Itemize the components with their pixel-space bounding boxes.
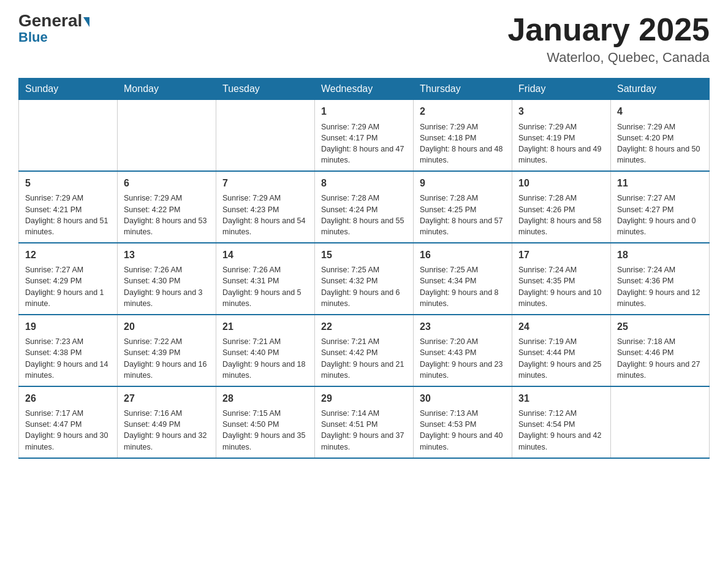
day-number: 6 [124, 177, 210, 190]
day-info: Sunrise: 7:28 AM Sunset: 4:26 PM Dayligh… [518, 193, 604, 237]
calendar-day-cell: 28Sunrise: 7:15 AM Sunset: 4:50 PM Dayli… [216, 386, 315, 458]
day-info: Sunrise: 7:22 AM Sunset: 4:39 PM Dayligh… [124, 336, 210, 381]
day-number: 1 [321, 105, 407, 118]
day-info: Sunrise: 7:28 AM Sunset: 4:25 PM Dayligh… [420, 193, 506, 237]
calendar-day-cell [19, 100, 118, 171]
calendar-day-cell: 15Sunrise: 7:25 AM Sunset: 4:32 PM Dayli… [315, 243, 414, 315]
calendar-day-cell: 30Sunrise: 7:13 AM Sunset: 4:53 PM Dayli… [414, 386, 512, 458]
day-info: Sunrise: 7:17 AM Sunset: 4:47 PM Dayligh… [25, 408, 111, 453]
day-info: Sunrise: 7:29 AM Sunset: 4:17 PM Dayligh… [321, 121, 407, 166]
day-info: Sunrise: 7:15 AM Sunset: 4:50 PM Dayligh… [222, 408, 308, 453]
calendar-weekday-header: Monday [118, 79, 216, 100]
day-info: Sunrise: 7:29 AM Sunset: 4:20 PM Dayligh… [617, 121, 703, 166]
calendar-week-row: 1Sunrise: 7:29 AM Sunset: 4:17 PM Daylig… [19, 100, 710, 171]
calendar-day-cell: 7Sunrise: 7:29 AM Sunset: 4:23 PM Daylig… [216, 171, 315, 243]
title-block: January 2025 Waterloo, Quebec, Canada [507, 12, 710, 66]
day-number: 17 [518, 248, 604, 262]
day-info: Sunrise: 7:26 AM Sunset: 4:30 PM Dayligh… [124, 264, 210, 309]
day-info: Sunrise: 7:24 AM Sunset: 4:35 PM Dayligh… [518, 264, 604, 309]
calendar-day-cell [611, 386, 710, 458]
calendar-day-cell: 16Sunrise: 7:25 AM Sunset: 4:34 PM Dayli… [414, 243, 512, 315]
calendar-day-cell: 21Sunrise: 7:21 AM Sunset: 4:40 PM Dayli… [216, 315, 315, 386]
calendar-week-row: 5Sunrise: 7:29 AM Sunset: 4:21 PM Daylig… [19, 171, 710, 243]
calendar-weekday-header: Wednesday [315, 79, 414, 100]
calendar-day-cell: 31Sunrise: 7:12 AM Sunset: 4:54 PM Dayli… [512, 386, 611, 458]
day-number: 20 [124, 320, 210, 334]
page-title: January 2025 [507, 12, 710, 47]
calendar-weekday-header: Tuesday [216, 79, 315, 100]
calendar-day-cell: 11Sunrise: 7:27 AM Sunset: 4:27 PM Dayli… [611, 171, 710, 243]
day-info: Sunrise: 7:18 AM Sunset: 4:46 PM Dayligh… [617, 336, 703, 381]
calendar-header-row: SundayMondayTuesdayWednesdayThursdayFrid… [19, 79, 710, 100]
logo-general: General [18, 12, 89, 29]
calendar-weekday-header: Sunday [19, 79, 118, 100]
logo-blue: Blue [18, 31, 48, 44]
day-info: Sunrise: 7:12 AM Sunset: 4:54 PM Dayligh… [518, 408, 604, 453]
day-number: 14 [222, 248, 308, 262]
day-info: Sunrise: 7:16 AM Sunset: 4:49 PM Dayligh… [124, 408, 210, 453]
day-number: 4 [617, 105, 703, 118]
day-info: Sunrise: 7:29 AM Sunset: 4:22 PM Dayligh… [124, 193, 210, 237]
day-number: 29 [321, 392, 407, 405]
calendar-day-cell: 25Sunrise: 7:18 AM Sunset: 4:46 PM Dayli… [611, 315, 710, 386]
calendar-day-cell: 10Sunrise: 7:28 AM Sunset: 4:26 PM Dayli… [512, 171, 611, 243]
day-number: 27 [124, 392, 210, 405]
day-info: Sunrise: 7:29 AM Sunset: 4:18 PM Dayligh… [420, 121, 506, 166]
calendar-week-row: 19Sunrise: 7:23 AM Sunset: 4:38 PM Dayli… [19, 315, 710, 386]
day-number: 11 [617, 177, 703, 190]
calendar-day-cell: 14Sunrise: 7:26 AM Sunset: 4:31 PM Dayli… [216, 243, 315, 315]
day-info: Sunrise: 7:14 AM Sunset: 4:51 PM Dayligh… [321, 408, 407, 453]
calendar-day-cell [118, 100, 216, 171]
day-info: Sunrise: 7:29 AM Sunset: 4:23 PM Dayligh… [222, 193, 308, 237]
calendar-day-cell: 20Sunrise: 7:22 AM Sunset: 4:39 PM Dayli… [118, 315, 216, 386]
day-info: Sunrise: 7:25 AM Sunset: 4:34 PM Dayligh… [420, 264, 506, 309]
calendar-day-cell: 22Sunrise: 7:21 AM Sunset: 4:42 PM Dayli… [315, 315, 414, 386]
day-number: 30 [420, 392, 506, 405]
calendar-week-row: 12Sunrise: 7:27 AM Sunset: 4:29 PM Dayli… [19, 243, 710, 315]
day-info: Sunrise: 7:21 AM Sunset: 4:42 PM Dayligh… [321, 336, 407, 381]
day-number: 19 [25, 320, 111, 334]
calendar-day-cell: 1Sunrise: 7:29 AM Sunset: 4:17 PM Daylig… [315, 100, 414, 171]
day-info: Sunrise: 7:23 AM Sunset: 4:38 PM Dayligh… [25, 336, 111, 381]
calendar-day-cell: 17Sunrise: 7:24 AM Sunset: 4:35 PM Dayli… [512, 243, 611, 315]
day-info: Sunrise: 7:26 AM Sunset: 4:31 PM Dayligh… [222, 264, 308, 309]
day-info: Sunrise: 7:27 AM Sunset: 4:27 PM Dayligh… [617, 193, 703, 237]
day-info: Sunrise: 7:27 AM Sunset: 4:29 PM Dayligh… [25, 264, 111, 309]
day-number: 2 [420, 105, 506, 118]
day-info: Sunrise: 7:29 AM Sunset: 4:19 PM Dayligh… [518, 121, 604, 166]
day-number: 9 [420, 177, 506, 190]
calendar-week-row: 26Sunrise: 7:17 AM Sunset: 4:47 PM Dayli… [19, 386, 710, 458]
day-info: Sunrise: 7:28 AM Sunset: 4:24 PM Dayligh… [321, 193, 407, 237]
logo-arrow-icon [83, 17, 89, 27]
day-info: Sunrise: 7:25 AM Sunset: 4:32 PM Dayligh… [321, 264, 407, 309]
calendar-day-cell: 3Sunrise: 7:29 AM Sunset: 4:19 PM Daylig… [512, 100, 611, 171]
day-info: Sunrise: 7:24 AM Sunset: 4:36 PM Dayligh… [617, 264, 703, 309]
day-number: 23 [420, 320, 506, 334]
day-number: 16 [420, 248, 506, 262]
calendar-day-cell: 5Sunrise: 7:29 AM Sunset: 4:21 PM Daylig… [19, 171, 118, 243]
day-info: Sunrise: 7:29 AM Sunset: 4:21 PM Dayligh… [25, 193, 111, 237]
calendar-day-cell [216, 100, 315, 171]
day-number: 28 [222, 392, 308, 405]
day-number: 13 [124, 248, 210, 262]
calendar-day-cell: 2Sunrise: 7:29 AM Sunset: 4:18 PM Daylig… [414, 100, 512, 171]
calendar-day-cell: 27Sunrise: 7:16 AM Sunset: 4:49 PM Dayli… [118, 386, 216, 458]
day-number: 25 [617, 320, 703, 334]
logo: General Blue [18, 12, 89, 44]
day-number: 26 [25, 392, 111, 405]
day-info: Sunrise: 7:20 AM Sunset: 4:43 PM Dayligh… [420, 336, 506, 381]
calendar-day-cell: 18Sunrise: 7:24 AM Sunset: 4:36 PM Dayli… [611, 243, 710, 315]
day-number: 18 [617, 248, 703, 262]
calendar-day-cell: 24Sunrise: 7:19 AM Sunset: 4:44 PM Dayli… [512, 315, 611, 386]
calendar-day-cell: 19Sunrise: 7:23 AM Sunset: 4:38 PM Dayli… [19, 315, 118, 386]
calendar-day-cell: 26Sunrise: 7:17 AM Sunset: 4:47 PM Dayli… [19, 386, 118, 458]
day-number: 5 [25, 177, 111, 190]
day-info: Sunrise: 7:19 AM Sunset: 4:44 PM Dayligh… [518, 336, 604, 381]
calendar-table: SundayMondayTuesdayWednesdayThursdayFrid… [18, 78, 710, 458]
day-number: 31 [518, 392, 604, 405]
day-number: 12 [25, 248, 111, 262]
calendar-day-cell: 8Sunrise: 7:28 AM Sunset: 4:24 PM Daylig… [315, 171, 414, 243]
day-number: 10 [518, 177, 604, 190]
page-subtitle: Waterloo, Quebec, Canada [507, 50, 710, 66]
day-number: 21 [222, 320, 308, 334]
